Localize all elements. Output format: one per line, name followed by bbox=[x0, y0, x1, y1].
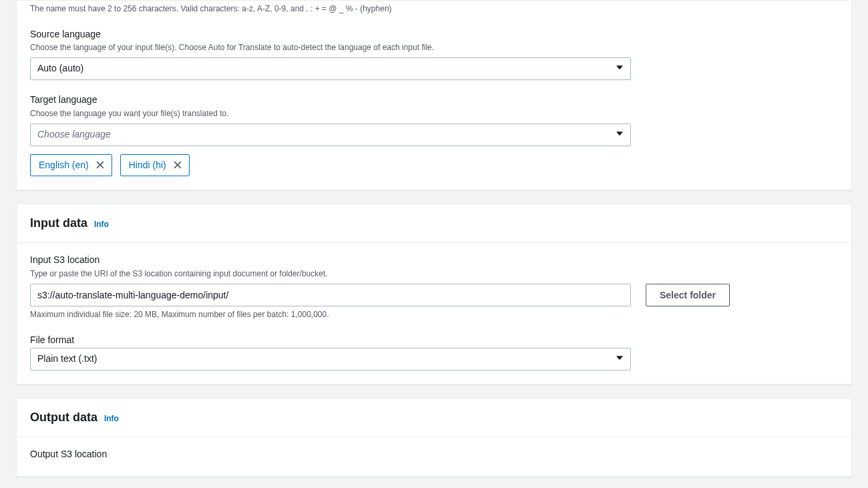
file-format-select[interactable]: Plain text (.txt) bbox=[30, 348, 631, 371]
input-data-info-link[interactable]: Info bbox=[94, 219, 109, 230]
remove-tag-icon[interactable] bbox=[95, 160, 105, 170]
target-language-tags: English (en) Hindi (hi) bbox=[30, 154, 644, 177]
input-s3-constraint: Maximum individual file size: 20 MB, Max… bbox=[30, 309, 644, 320]
file-format-value: Plain text (.txt) bbox=[37, 352, 97, 366]
input-s3-input[interactable] bbox=[30, 284, 631, 306]
output-data-panel: Output data Info Output S3 location bbox=[16, 398, 852, 477]
file-format-label: File format bbox=[30, 334, 644, 347]
input-data-title: Input data bbox=[30, 216, 87, 230]
input-data-panel: Input data Info Input S3 location Type o… bbox=[16, 204, 852, 385]
input-s3-desc: Type or paste the URI of the S3 location… bbox=[30, 268, 644, 280]
target-language-select[interactable]: Choose language bbox=[30, 124, 631, 146]
tag-label: Hindi (hi) bbox=[129, 159, 166, 172]
source-language-desc: Choose the language of your input file(s… bbox=[30, 42, 644, 53]
caret-down-icon bbox=[616, 352, 624, 366]
remove-tag-icon[interactable] bbox=[173, 160, 182, 170]
target-language-tag: Hindi (hi) bbox=[120, 154, 190, 177]
output-data-title: Output data bbox=[30, 411, 97, 424]
source-language-value: Auto (auto) bbox=[37, 62, 83, 75]
name-constraint-text: The name must have 2 to 256 characters. … bbox=[30, 3, 838, 15]
target-language-desc: Choose the language you want your file(s… bbox=[30, 108, 644, 119]
caret-down-icon bbox=[616, 62, 624, 75]
output-data-info-link[interactable]: Info bbox=[104, 413, 119, 425]
job-settings-panel: The name must have 2 to 256 characters. … bbox=[16, 0, 852, 190]
input-s3-label: Input S3 location bbox=[30, 254, 644, 267]
select-folder-button[interactable]: Select folder bbox=[646, 284, 730, 306]
target-language-placeholder: Choose language bbox=[37, 128, 111, 142]
output-s3-label: Output S3 location bbox=[30, 448, 644, 461]
source-language-label: Source language bbox=[30, 28, 644, 41]
target-language-label: Target language bbox=[30, 93, 644, 107]
tag-label: English (en) bbox=[39, 159, 89, 172]
source-language-select[interactable]: Auto (auto) bbox=[30, 57, 631, 80]
caret-down-icon bbox=[616, 128, 624, 142]
target-language-tag: English (en) bbox=[30, 154, 112, 177]
